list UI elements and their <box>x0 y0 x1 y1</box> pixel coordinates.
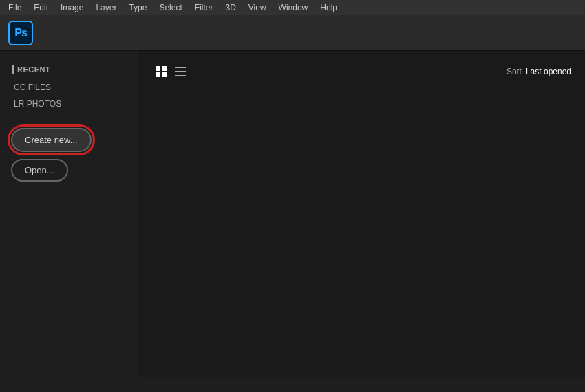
app-header: Ps <box>0 15 585 51</box>
list-view-button[interactable] <box>171 62 190 81</box>
menu-filter[interactable]: Filter <box>189 1 219 14</box>
sort-value[interactable]: Last opened <box>526 67 571 76</box>
menu-bar: File Edit Image Layer Type Select Filter… <box>0 0 585 15</box>
sidebar-lr-photos[interactable]: LR PHOTOS <box>11 98 127 110</box>
menu-image[interactable]: Image <box>55 1 89 14</box>
open-button[interactable]: Open... <box>11 159 68 182</box>
sort-label: Sort <box>507 67 522 76</box>
menu-3d[interactable]: 3D <box>220 1 241 14</box>
svg-rect-4 <box>175 67 186 68</box>
svg-rect-3 <box>162 72 167 77</box>
menu-type[interactable]: Type <box>123 1 152 14</box>
list-icon <box>174 65 187 78</box>
view-controls: Sort Last opened <box>151 62 571 81</box>
ps-logo: Ps <box>8 21 33 45</box>
create-new-button[interactable]: Create new... <box>11 128 92 152</box>
recent-section-label: RECENT <box>11 65 127 74</box>
menu-window[interactable]: Window <box>273 1 314 14</box>
menu-help[interactable]: Help <box>315 1 343 14</box>
sort-control: Sort Last opened <box>507 67 571 76</box>
grid-icon <box>155 65 167 78</box>
action-buttons: Create new... Open... <box>11 128 127 182</box>
menu-select[interactable]: Select <box>153 1 187 14</box>
menu-edit[interactable]: Edit <box>28 1 54 14</box>
svg-rect-6 <box>175 75 186 76</box>
right-content: Sort Last opened <box>138 51 585 377</box>
svg-rect-5 <box>175 71 186 72</box>
recent-files-area <box>151 92 571 366</box>
left-sidebar: RECENT CC FILES LR PHOTOS Create new... … <box>0 51 138 377</box>
grid-view-button[interactable] <box>151 62 171 81</box>
sidebar-cc-files[interactable]: CC FILES <box>11 81 127 94</box>
main-content: RECENT CC FILES LR PHOTOS Create new... … <box>0 51 585 377</box>
svg-rect-1 <box>162 66 167 71</box>
svg-rect-0 <box>156 66 160 71</box>
svg-rect-2 <box>156 72 160 77</box>
menu-file[interactable]: File <box>3 1 27 14</box>
menu-view[interactable]: View <box>243 1 272 14</box>
menu-layer[interactable]: Layer <box>90 1 122 14</box>
